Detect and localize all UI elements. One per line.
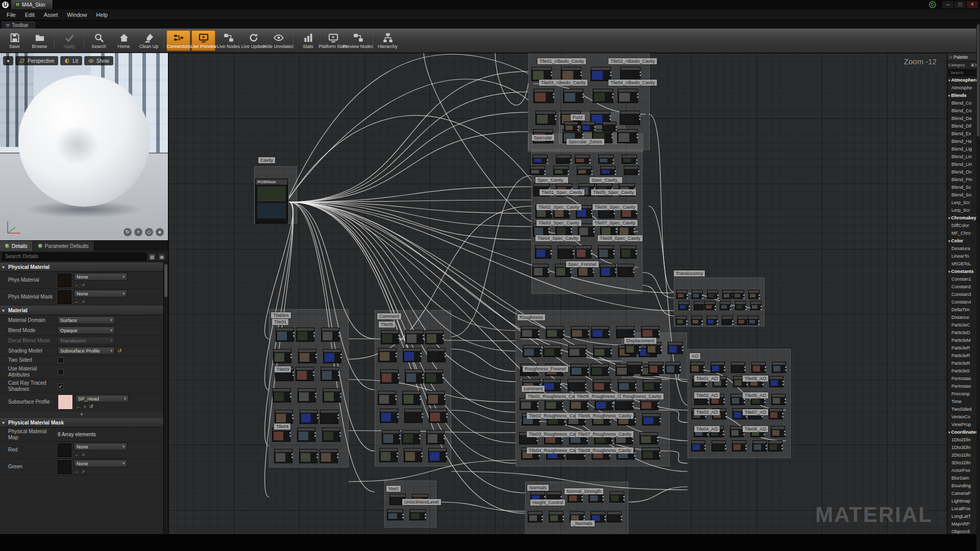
material-node[interactable]: [563, 89, 583, 103]
browse-to-asset-icon[interactable]: ⌕: [82, 452, 85, 457]
palette-item-blend-pin[interactable]: Blend_Pin: [947, 176, 976, 184]
palette-item-bounding[interactable]: Bounding: [947, 482, 976, 490]
palette-item-srgbtol[interactable]: sRGBToL: [947, 260, 976, 268]
palette-item-blend-lin[interactable]: Blend_Lin: [947, 161, 976, 168]
palette-item-diffcolor[interactable]: DiffColor: [947, 222, 976, 230]
palette-item-blend-co[interactable]: Blend_Co: [947, 99, 976, 107]
material-node[interactable]: [427, 348, 446, 362]
details-scrollbar[interactable]: [163, 262, 168, 534]
material-node[interactable]: [598, 155, 614, 164]
material-node[interactable]: [535, 111, 556, 125]
palette-item-particler[interactable]: ParticleR: [947, 352, 976, 360]
material-node[interactable]: [609, 491, 624, 503]
palette-item-perinstan[interactable]: PerInstan: [947, 375, 976, 383]
material-node[interactable]: [557, 245, 574, 259]
material-node[interactable]: [735, 301, 746, 310]
material-node[interactable]: [643, 379, 661, 391]
material-node[interactable]: [429, 409, 447, 423]
toolbar-home-button[interactable]: Home: [112, 30, 136, 51]
palette-item-maparp[interactable]: MapARP: [947, 520, 976, 528]
material-node[interactable]: [591, 67, 611, 81]
use-selected-icon[interactable]: ←: [75, 282, 80, 287]
section-header-physical-material-mask[interactable]: ▾Physical Material Mask: [0, 418, 163, 428]
material-node[interactable]: [769, 376, 783, 387]
palette-item-blursam[interactable]: BlurSam: [947, 474, 976, 482]
material-node[interactable]: [640, 398, 658, 410]
material-node[interactable]: [648, 362, 664, 374]
material-node[interactable]: [409, 509, 426, 520]
material-node[interactable]: [531, 67, 552, 81]
palette-item-particlem[interactable]: ParticleM: [947, 337, 976, 344]
dropdown-material-domain[interactable]: Surface▾: [58, 316, 115, 324]
material-node[interactable]: [593, 345, 611, 357]
material-node[interactable]: [425, 369, 443, 384]
toolbar-clean-up-button[interactable]: Clean Up: [137, 30, 161, 51]
material-node[interactable]: [617, 129, 638, 143]
material-node[interactable]: [607, 511, 622, 522]
palette-item-longlatt[interactable]: LongLatT: [947, 513, 976, 520]
material-node[interactable]: [381, 330, 399, 344]
palette-scrollbar[interactable]: [976, 23, 980, 551]
toolbar-platform-stats-button[interactable]: Platform Stats: [321, 30, 345, 51]
material-node[interactable]: [533, 89, 554, 103]
material-node[interactable]: [427, 391, 445, 405]
palette-item-blend-da[interactable]: Blend_Da: [947, 115, 976, 122]
asset-dropdown[interactable]: None▾: [74, 290, 127, 297]
material-node[interactable]: [731, 362, 745, 373]
material-node[interactable]: [694, 301, 705, 310]
material-node[interactable]: [532, 264, 549, 277]
material-node[interactable]: [692, 290, 703, 299]
palette-item-time[interactable]: Time: [947, 398, 976, 406]
scrollbar-thumb[interactable]: [164, 264, 167, 297]
material-node[interactable]: [404, 448, 422, 462]
palette-item-distance[interactable]: Distance: [947, 314, 976, 321]
material-node[interactable]: [323, 349, 341, 363]
material-node[interactable]: [602, 121, 617, 132]
toolbar-hide-unrelated-button[interactable]: Hide Unrelated: [266, 30, 290, 51]
material-node[interactable]: [571, 326, 589, 338]
material-node[interactable]: [733, 290, 744, 299]
material-node[interactable]: [575, 155, 590, 164]
material-node[interactable]: [403, 348, 421, 362]
palette-item-2dto1dln[interactable]: 2Dto1Dln: [947, 452, 976, 459]
material-node[interactable]: [320, 410, 338, 424]
toolbar-save-button[interactable]: Save: [3, 30, 27, 51]
palette-item-mf-chro[interactable]: MF_Chro: [947, 230, 976, 237]
palette-item-particler[interactable]: ParticleR: [947, 360, 976, 367]
material-node[interactable]: [378, 391, 396, 405]
palette-item-blend-so[interactable]: Blend_So: [947, 191, 976, 199]
material-node[interactable]: [710, 362, 725, 373]
palette-item-particlec[interactable]: ParticleC: [947, 321, 976, 329]
menu-help[interactable]: Help: [91, 9, 112, 20]
maximize-button[interactable]: □: [954, 1, 966, 8]
material-node[interactable]: [771, 426, 785, 437]
asset-dropdown[interactable]: SP_Head▾: [76, 395, 129, 403]
palette-item-blend-co[interactable]: Blend_Co: [947, 107, 976, 115]
material-node[interactable]: [737, 316, 748, 325]
material-node[interactable]: [299, 449, 317, 463]
material-node[interactable]: [379, 448, 398, 462]
material-node[interactable]: [532, 155, 548, 164]
material-node[interactable]: [691, 316, 702, 325]
material-node[interactable]: [591, 326, 609, 338]
material-node[interactable]: [642, 413, 660, 425]
material-node[interactable]: [520, 398, 538, 410]
material-node[interactable]: [575, 245, 592, 259]
material-node[interactable]: [615, 398, 633, 410]
material-node[interactable]: [568, 379, 586, 391]
menu-window[interactable]: Window: [62, 9, 91, 20]
checkbox-use-material-attributes[interactable]: [58, 369, 64, 375]
dropdown-blend-mode[interactable]: Opaque▾: [58, 327, 115, 334]
material-node[interactable]: [274, 449, 292, 463]
material-node[interactable]: [600, 264, 616, 277]
checkbox-cast-ray-traced-shadows[interactable]: ✓: [58, 383, 64, 389]
material-node[interactable]: [549, 511, 564, 522]
material-node[interactable]: [298, 388, 316, 403]
palette-item-viewprop[interactable]: ViewProp: [947, 421, 976, 429]
material-node[interactable]: [732, 440, 746, 452]
palette-item-twosided[interactable]: TwoSided: [947, 406, 976, 413]
material-node[interactable]: [321, 328, 339, 342]
material-node[interactable]: [322, 428, 340, 442]
material-node[interactable]: [382, 430, 400, 444]
browse-to-asset-icon[interactable]: ⌕: [82, 468, 85, 474]
